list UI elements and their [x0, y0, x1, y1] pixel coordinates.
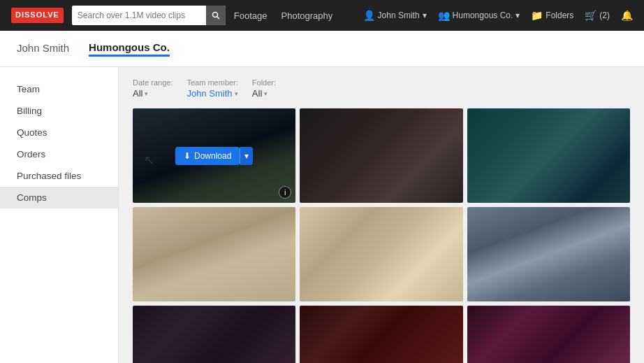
- folder-select[interactable]: All ▾: [252, 88, 276, 99]
- nav-folders[interactable]: 📁 Folders: [531, 10, 573, 21]
- date-range-select[interactable]: All ▾: [133, 88, 173, 99]
- video-grid: ⬇ Download ▾ i ↖: [133, 108, 630, 363]
- download-caret-button[interactable]: ▾: [240, 147, 253, 165]
- svg-line-1: [217, 17, 219, 20]
- team-member-select[interactable]: John Smith ▾: [186, 88, 237, 99]
- content-area: Team Billing Quotes Orders Purchased fil…: [0, 67, 644, 363]
- thumb-overlay: ⬇ Download ▾: [133, 108, 295, 203]
- sidebar-item-orders[interactable]: Orders: [0, 143, 118, 165]
- video-thumb-9[interactable]: [467, 306, 630, 363]
- top-nav: DISSOLVE Footage Photography 👤 John Smit…: [0, 0, 644, 31]
- sidebar-item-billing[interactable]: Billing: [0, 100, 118, 122]
- download-icon: ⬇: [184, 151, 191, 161]
- main-content: Date range: All ▾ Team member: John Smit…: [119, 67, 644, 363]
- nav-cart[interactable]: 🛒 (2): [585, 10, 610, 21]
- nav-company[interactable]: 👥 Humongous Co. ▾: [438, 10, 520, 21]
- chevron-down-icon: ▾: [145, 90, 148, 97]
- download-button[interactable]: ⬇ Download: [175, 147, 240, 165]
- nav-footage[interactable]: Footage: [234, 10, 268, 21]
- nav-right: 👤 John Smith ▾ 👥 Humongous Co. ▾ 📁 Folde…: [363, 10, 633, 21]
- nav-notifications[interactable]: 🔔: [621, 10, 633, 21]
- nav-photography[interactable]: Photography: [281, 10, 333, 21]
- filter-folder: Folder: All ▾: [252, 78, 276, 99]
- tab-humongous-co[interactable]: Humongous Co.: [89, 41, 170, 57]
- search-button[interactable]: [206, 6, 226, 25]
- filter-date-range: Date range: All ▾: [133, 78, 173, 99]
- filter-row: Date range: All ▾ Team member: John Smit…: [133, 78, 630, 99]
- folder-label: Folder:: [252, 78, 276, 87]
- nav-links: Footage Photography: [234, 10, 355, 21]
- video-thumb-8[interactable]: [300, 306, 462, 363]
- sidebar-item-quotes[interactable]: Quotes: [0, 122, 118, 143]
- sidebar: Team Billing Quotes Orders Purchased fil…: [0, 67, 119, 363]
- logo: DISSOLVE: [11, 8, 64, 22]
- video-thumb-3[interactable]: [467, 108, 630, 203]
- filter-team-member: Team member: John Smith ▾: [186, 78, 237, 99]
- bell-icon: 🔔: [621, 10, 633, 21]
- tab-john-smith[interactable]: John Smith: [17, 42, 69, 55]
- sub-header: John Smith Humongous Co.: [0, 31, 644, 67]
- chevron-down-icon: ▾: [423, 10, 427, 20]
- svg-point-0: [212, 13, 217, 17]
- video-thumb-5[interactable]: [300, 207, 462, 301]
- sidebar-item-comps[interactable]: Comps: [0, 187, 118, 208]
- sidebar-item-purchased-files[interactable]: Purchased files: [0, 165, 118, 187]
- video-thumb-4[interactable]: [133, 207, 295, 301]
- team-member-label: Team member:: [186, 78, 237, 87]
- nav-user[interactable]: 👤 John Smith ▾: [363, 10, 427, 21]
- company-icon: 👥: [438, 10, 450, 21]
- cart-icon: 🛒: [585, 10, 597, 21]
- video-thumb-1[interactable]: ⬇ Download ▾ i ↖: [133, 108, 295, 203]
- chevron-down-icon: ▾: [235, 90, 238, 97]
- sidebar-item-team[interactable]: Team: [0, 78, 118, 100]
- search-bar: [72, 6, 226, 25]
- video-thumb-2[interactable]: [300, 108, 462, 203]
- date-range-label: Date range:: [133, 78, 173, 87]
- chevron-down-icon: ▾: [264, 90, 268, 97]
- video-thumb-6[interactable]: [467, 207, 630, 301]
- video-thumb-7[interactable]: [133, 306, 295, 363]
- search-input[interactable]: [72, 6, 206, 25]
- chevron-down-icon: ▾: [515, 10, 520, 20]
- folder-icon: 📁: [531, 10, 543, 21]
- download-group: ⬇ Download ▾: [175, 147, 253, 165]
- user-icon: 👤: [363, 10, 375, 21]
